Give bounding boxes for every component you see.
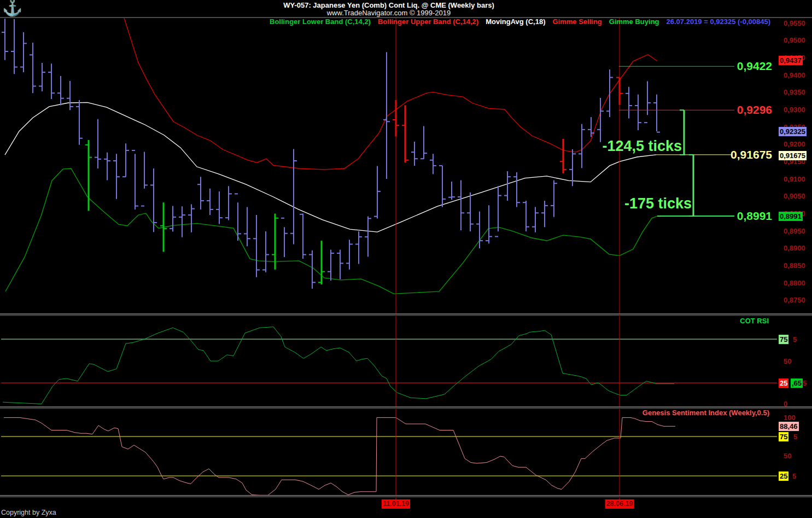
price-chart-canvas xyxy=(0,0,812,518)
header-divider xyxy=(0,17,812,18)
panel-divider-3[interactable] xyxy=(0,495,812,498)
chart-surface[interactable] xyxy=(0,0,812,518)
chart-window: ⚓ WY-057: Japanese Yen (Comb) Cont Liq. … xyxy=(0,0,812,518)
panel-divider-1[interactable] xyxy=(0,313,812,316)
panel-divider-2[interactable] xyxy=(0,406,812,409)
